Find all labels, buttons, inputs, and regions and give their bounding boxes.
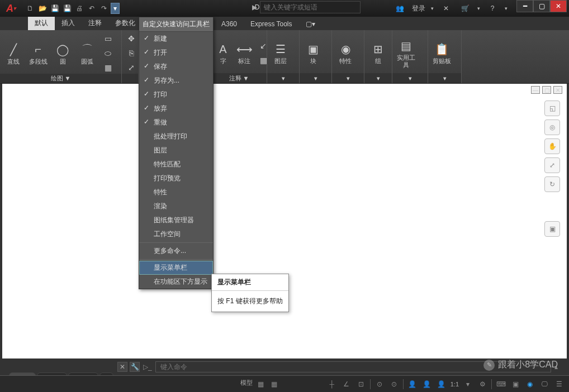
status-max-icon[interactable]: ▣	[510, 379, 521, 390]
rect-icon[interactable]: ▭	[102, 32, 114, 45]
cart-icon[interactable]: 🛒	[458, 2, 472, 15]
grid-icon[interactable]: ▦	[255, 379, 266, 390]
status-snap-icon[interactable]: ⊙	[374, 379, 385, 390]
status-angle-icon[interactable]: ∠	[341, 379, 352, 390]
status-person2-icon[interactable]: 👤	[421, 379, 433, 390]
maximize-button[interactable]: ▢	[533, 0, 550, 12]
help-icon[interactable]: ?	[486, 2, 499, 15]
exchange-icon[interactable]: ✕	[439, 2, 453, 15]
circle-tool[interactable]: ◯ 圆	[53, 41, 73, 65]
tab-express[interactable]: Express Tools	[244, 18, 298, 30]
redo-icon[interactable]: ↷	[98, 3, 110, 14]
text-tool[interactable]: A字	[215, 41, 231, 65]
saveas-icon[interactable]: 💾	[61, 3, 73, 14]
minimize-button[interactable]: ━	[516, 0, 533, 12]
search-input[interactable]	[260, 1, 361, 13]
qat-menu-item[interactable]: 渲染	[139, 199, 213, 213]
qat-menu-item[interactable]: 特性匹配	[139, 157, 213, 171]
qat-menu-item[interactable]: 特性	[139, 185, 213, 199]
print-icon[interactable]: 🖨	[74, 3, 85, 14]
block-tool[interactable]: ▣块	[303, 41, 323, 65]
move-icon[interactable]: ✥	[125, 32, 137, 45]
status-gear-icon[interactable]: ⚙	[477, 379, 488, 390]
dimension-tool[interactable]: ⟷标注	[236, 41, 253, 65]
qat-menu-item[interactable]: 批处理打印	[139, 130, 213, 144]
close-button[interactable]: ✕	[550, 0, 567, 12]
doc-close-button[interactable]: ✕	[553, 86, 562, 94]
viewcube-icon[interactable]: ◱	[544, 101, 560, 116]
qat-menu-item[interactable]: 新建	[139, 32, 213, 46]
showmotion-icon[interactable]: ▣	[544, 221, 560, 237]
qat-menu-more-commands[interactable]: 更多命令...	[139, 244, 213, 258]
qat-menu-item[interactable]: 保存	[139, 60, 213, 74]
tab-insert[interactable]: 插入	[55, 16, 82, 30]
panel-modify: ✥ ⎘ ⤢	[122, 30, 139, 83]
status-down-icon[interactable]: ▾	[462, 379, 473, 390]
qat-menu-item[interactable]: 放弃	[139, 102, 213, 116]
status-scale[interactable]: 1:1	[451, 381, 459, 388]
status-monitor-icon[interactable]: 🖵	[539, 379, 550, 390]
signin-icon[interactable]: 👥	[393, 2, 406, 15]
qat-menu-item[interactable]: 图层	[139, 144, 213, 157]
qat-menu-item[interactable]: 另存为...	[139, 74, 213, 88]
doc-minimize-button[interactable]: —	[531, 86, 540, 94]
ellipse-icon[interactable]: ⬭	[102, 47, 114, 59]
utilities-tool[interactable]: ▤实用工具	[396, 37, 416, 69]
qat-menu-item[interactable]: 图纸集管理器	[139, 213, 213, 227]
open-icon[interactable]: 📂	[37, 3, 48, 14]
polyline-tool[interactable]: ⌐ 多段线	[28, 41, 48, 65]
app-logo[interactable]: A▾	[0, 0, 22, 17]
grid2-icon[interactable]: ▦	[268, 379, 279, 390]
tab-parametric[interactable]: 参数化	[108, 16, 142, 30]
status-toggle-icon[interactable]: ⊡	[355, 379, 367, 390]
line-tool[interactable]: ╱ 直线	[3, 41, 23, 65]
qat-menu-item[interactable]: 重做	[139, 116, 213, 130]
pan-icon[interactable]: ✋	[544, 138, 560, 154]
qat-menu-item[interactable]: 打开	[139, 46, 213, 60]
save-icon[interactable]: 💾	[49, 3, 60, 14]
line-icon: ╱	[5, 41, 22, 58]
status-kb-icon[interactable]: ⌨	[495, 379, 506, 390]
status-menu-icon[interactable]: ☰	[553, 379, 565, 390]
status-model-label[interactable]: 模型	[240, 379, 253, 390]
undo-icon[interactable]: ↶	[86, 3, 97, 14]
tab-switch-icon[interactable]: ▢▾	[299, 18, 322, 30]
zoom-extents-icon[interactable]: ⤢	[544, 157, 560, 173]
copy-icon[interactable]: ⎘	[125, 47, 137, 59]
status-plus-icon[interactable]: ┼	[326, 379, 338, 390]
panel-draw-title[interactable]: 绘图 ▼	[0, 74, 121, 83]
wheel-icon[interactable]: ◎	[544, 119, 560, 135]
orbit-icon[interactable]: ↻	[544, 176, 560, 192]
arc-tool[interactable]: ⌒ 圆弧	[77, 41, 97, 65]
doc-restore-button[interactable]: ▢	[542, 86, 551, 94]
qat-dropdown-button[interactable]: ▾	[111, 3, 120, 14]
qat-menu-item[interactable]: 打印预览	[139, 171, 213, 185]
status-cursor-icon[interactable]: ◉	[524, 379, 535, 390]
hatch-icon[interactable]: ▦	[102, 61, 114, 74]
new-icon[interactable]: 🗋	[25, 3, 36, 14]
login-label[interactable]: 登录	[412, 4, 425, 13]
panel-annotation-title[interactable]: 注释 ▼	[211, 73, 267, 83]
search-arrow-icon[interactable]: ▶	[249, 2, 260, 13]
qat-menu-item[interactable]: 打印	[139, 88, 213, 102]
status-person3-icon[interactable]: 👤	[436, 379, 447, 390]
tab-annotate[interactable]: 注释	[82, 16, 108, 30]
status-person-icon[interactable]: 👤	[407, 379, 418, 390]
clipboard-tool[interactable]: 📋剪贴板	[432, 41, 452, 65]
cmd-close-icon[interactable]: ✕	[117, 362, 127, 372]
cmd-wrench-icon[interactable]: 🔧	[130, 362, 140, 372]
layer-icon: ☰	[272, 41, 289, 58]
stretch-icon[interactable]: ⤢	[125, 61, 137, 74]
tab-default[interactable]: 默认	[28, 16, 55, 30]
qat-menu-show-menubar[interactable]: 显示菜单栏	[139, 261, 213, 275]
tab-a360[interactable]: A360	[215, 18, 244, 30]
properties-tool[interactable]: ◉特性	[335, 41, 355, 65]
qat-menu-title: 自定义快速访问工具栏	[139, 17, 213, 32]
qat-menu-show-below-ribbon[interactable]: 在功能区下方显示	[139, 275, 213, 289]
status-snap2-icon[interactable]: ⊙	[388, 379, 400, 390]
panel-block: ▣块 ▾	[300, 30, 332, 83]
drawing-area[interactable]: — ▢ ✕ ◱ ◎ ✋ ⤢ ↻ ▣	[2, 84, 567, 358]
qat-menu-item[interactable]: 工作空间	[139, 227, 213, 241]
layer-tool[interactable]: ☰图层	[271, 41, 291, 65]
group-tool[interactable]: ⊞组	[368, 41, 388, 65]
